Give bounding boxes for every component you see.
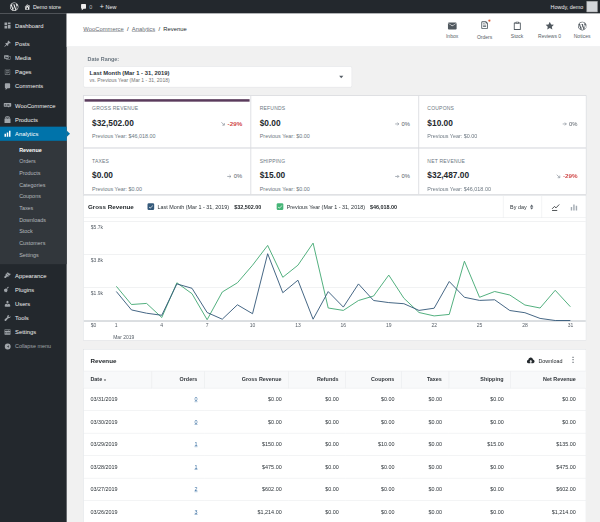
svg-text:28: 28 bbox=[522, 322, 528, 328]
svg-text:$1.9k: $1.9k bbox=[91, 290, 104, 296]
svg-text:22: 22 bbox=[431, 322, 437, 328]
svg-text:31: 31 bbox=[568, 322, 574, 328]
svg-text:13: 13 bbox=[295, 322, 301, 328]
svg-text:16: 16 bbox=[341, 322, 347, 328]
svg-text:$5.7k: $5.7k bbox=[91, 224, 104, 230]
svg-text:Mar 2019: Mar 2019 bbox=[113, 334, 134, 340]
svg-text:19: 19 bbox=[386, 322, 392, 328]
svg-text:$0: $0 bbox=[91, 322, 97, 328]
svg-text:10: 10 bbox=[250, 322, 256, 328]
svg-text:25: 25 bbox=[477, 322, 483, 328]
svg-text:7: 7 bbox=[206, 322, 209, 328]
svg-text:4: 4 bbox=[160, 322, 163, 328]
svg-text:$3.8k: $3.8k bbox=[91, 257, 104, 263]
svg-text:1: 1 bbox=[115, 322, 118, 328]
